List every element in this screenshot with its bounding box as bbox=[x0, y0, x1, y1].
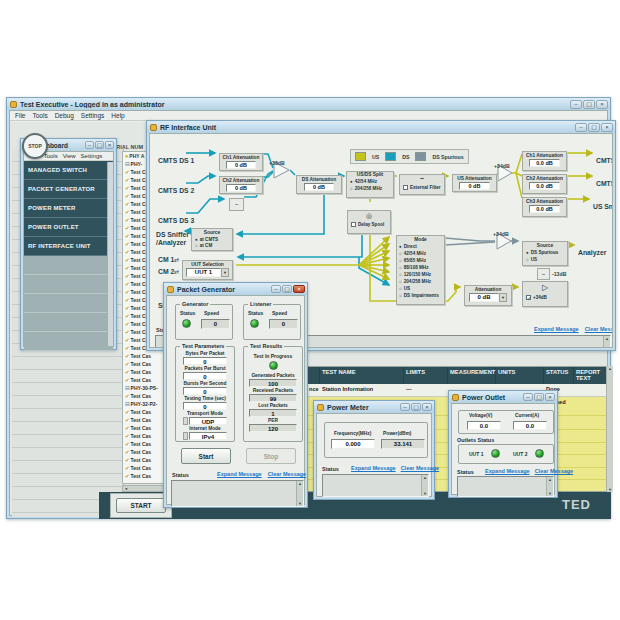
maximize-button[interactable]: ▢ bbox=[95, 141, 104, 149]
menu-item[interactable]: Tools bbox=[32, 112, 47, 119]
menu-item[interactable]: Debug bbox=[55, 112, 74, 119]
analyzer-attenuation-dropdown[interactable]: 0 dB ▼ bbox=[469, 293, 507, 302]
source-option-at-cm[interactable]: ○ at CM bbox=[192, 242, 232, 248]
tree-item[interactable]: ✔ Test Cas bbox=[123, 424, 167, 432]
pg-stop-button[interactable]: Stop bbox=[246, 448, 296, 464]
close-button[interactable]: × bbox=[601, 123, 613, 132]
maximize-button[interactable]: ▢ bbox=[411, 403, 421, 411]
table-vscrollbar[interactable]: ▲▼ bbox=[606, 366, 613, 492]
minimize-button[interactable]: – bbox=[575, 123, 587, 132]
pg-status-textarea[interactable]: ▲▼ bbox=[171, 480, 304, 507]
dashboard-item[interactable]: MANAGED SWITCH bbox=[24, 161, 113, 180]
source-option-ds-spurious[interactable]: ● DS Spurious bbox=[523, 249, 567, 256]
message-link[interactable]: Expand Message bbox=[217, 471, 262, 477]
message-link[interactable]: Clear Message bbox=[268, 471, 307, 477]
maximize-button[interactable]: ▢ bbox=[583, 100, 595, 109]
field-input[interactable]: 0 bbox=[183, 387, 227, 395]
mode-option[interactable]: ○ US bbox=[397, 285, 444, 292]
po-status-textarea[interactable]: ▲▼ bbox=[457, 476, 554, 497]
start-button[interactable]: START bbox=[116, 498, 166, 513]
dropdown-arrow-icon[interactable]: ▼ bbox=[499, 293, 507, 302]
close-button[interactable]: × bbox=[545, 393, 555, 401]
tree-hscrollbar[interactable]: ◄ bbox=[122, 485, 168, 492]
tree-item[interactable]: ✔ Test Cas bbox=[123, 368, 167, 376]
ch1-ds-attenuation-value[interactable]: 0 dB bbox=[226, 161, 255, 169]
message-link[interactable]: Clear Message bbox=[585, 326, 613, 332]
mode-option[interactable]: ○ 65/85 MHz bbox=[397, 257, 444, 264]
menu-item[interactable]: Settings bbox=[81, 112, 105, 119]
tree-item[interactable]: ✔ Test Cas bbox=[123, 456, 167, 464]
message-link[interactable]: Clear Message bbox=[535, 468, 574, 474]
mode-option[interactable]: ○ DS Impairments bbox=[397, 292, 444, 299]
tree-item[interactable]: ⊟ PHY-30-PS- bbox=[123, 384, 167, 392]
textarea-scrollbar[interactable]: ▲▼ bbox=[421, 475, 428, 496]
minimize-button[interactable]: – bbox=[570, 100, 582, 109]
minimize-button[interactable]: – bbox=[271, 285, 281, 293]
textarea-scrollbar[interactable]: ▲▼ bbox=[296, 481, 303, 506]
ds-attenuation-value[interactable]: 0 dB bbox=[304, 183, 335, 191]
maximize-button[interactable]: ▢ bbox=[588, 123, 600, 132]
message-link[interactable]: Clear Message bbox=[401, 465, 440, 471]
packet-generator-titlebar[interactable]: Packet Generator – ▢ × bbox=[164, 283, 307, 295]
analyzer-amp-checkbox[interactable]: ✓ +34dB bbox=[523, 293, 567, 302]
textarea-scrollbar[interactable]: ▲▼ bbox=[603, 336, 610, 348]
pm-status-textarea[interactable]: ▲▼ bbox=[322, 474, 429, 497]
ch3-us-attenuation-value[interactable]: 0.0 dB bbox=[529, 205, 559, 213]
voltage-value[interactable]: 0.0 bbox=[467, 421, 501, 430]
mode-option[interactable]: ○ 88/108 MHz bbox=[397, 264, 444, 271]
mode-option[interactable]: ○ 42/54 MHz bbox=[397, 250, 444, 257]
power-outlet-titlebar[interactable]: Power Outlet – ▢ × bbox=[449, 391, 557, 403]
split-option-42-54[interactable]: ● 42/54 MHz bbox=[347, 178, 393, 185]
delay-spool-checkbox[interactable]: Delay Spool bbox=[348, 220, 390, 229]
tree-item[interactable]: ✔ Test Cas bbox=[123, 408, 167, 416]
tree-item[interactable]: ✔ Test Cas bbox=[123, 360, 167, 368]
mode-option[interactable]: ○ 204/258 MHz bbox=[397, 278, 444, 285]
mode-option[interactable]: ○ 120/150 MHz bbox=[397, 271, 444, 278]
close-button[interactable]: × bbox=[422, 403, 432, 411]
test-executive-titlebar[interactable]: Test Executive - Logged in as administra… bbox=[7, 98, 610, 110]
mode-option[interactable]: ● Direct bbox=[397, 243, 444, 250]
maximize-button[interactable]: ▢ bbox=[282, 285, 292, 293]
close-button[interactable]: × bbox=[105, 141, 114, 149]
tree-item[interactable]: ✔ Test Cas bbox=[123, 392, 167, 400]
dashboard-item[interactable]: POWER METER bbox=[24, 199, 113, 218]
power-meter-titlebar[interactable]: Power Meter – ▢ × bbox=[314, 401, 434, 413]
field-input[interactable]: 0 bbox=[183, 402, 227, 410]
menu-item[interactable]: Settings bbox=[81, 153, 103, 159]
external-filter-checkbox[interactable]: External Filter bbox=[400, 183, 444, 192]
ch2-ds-attenuation-value[interactable]: 0 dB bbox=[226, 184, 255, 192]
tree-item[interactable]: ✔ Test Cas bbox=[123, 440, 167, 448]
rf-titlebar[interactable]: RF Interface Unit – ▢ × bbox=[147, 121, 615, 133]
spinner-icon[interactable] bbox=[183, 417, 188, 425]
tree-item[interactable]: ✔ Test Cas bbox=[123, 472, 167, 480]
close-button[interactable]: × bbox=[293, 285, 305, 293]
current-value[interactable]: 0.0 bbox=[513, 421, 547, 430]
dashboard-item[interactable]: POWER OUTLET bbox=[24, 218, 113, 237]
ch1-us-attenuation-value[interactable]: 0.0 dB bbox=[529, 159, 559, 167]
message-link[interactable]: Expand Message bbox=[351, 465, 396, 471]
field-input[interactable]: 0 bbox=[183, 357, 227, 365]
split-option-204-258[interactable]: ○ 204/258 MHz bbox=[347, 185, 393, 192]
ch2-us-attenuation-value[interactable]: 0.0 dB bbox=[529, 182, 559, 190]
minimize-button[interactable]: – bbox=[523, 393, 533, 401]
tree-item[interactable]: ✔ Test Cas bbox=[123, 376, 167, 384]
combo-control[interactable]: UDP bbox=[176, 417, 234, 425]
dashboard-item[interactable]: PACKET GENERATOR bbox=[24, 180, 113, 199]
message-link[interactable]: Expand Message bbox=[534, 326, 579, 332]
tree-item[interactable]: ⊟ PHY-32-P2- bbox=[123, 400, 167, 408]
menu-item[interactable]: View bbox=[63, 153, 76, 159]
us-attenuation-value[interactable]: 0 dB bbox=[459, 182, 489, 190]
emergency-stop-button[interactable]: STOP bbox=[22, 133, 48, 159]
minimize-button[interactable]: – bbox=[85, 141, 94, 149]
uut-selection-dropdown[interactable]: UUT 1 ▼ bbox=[186, 268, 229, 277]
textarea-scrollbar[interactable]: ▲▼ bbox=[546, 477, 553, 496]
dashboard-item[interactable]: RF INTERFACE UNIT bbox=[24, 237, 113, 256]
field-input[interactable]: 0 bbox=[183, 372, 227, 380]
maximize-button[interactable]: ▢ bbox=[534, 393, 544, 401]
dropdown-arrow-icon[interactable]: ▼ bbox=[221, 268, 229, 277]
close-button[interactable]: × bbox=[596, 100, 608, 109]
tree-item[interactable]: ✔ Test Cas bbox=[123, 464, 167, 472]
menu-item[interactable]: File bbox=[15, 112, 25, 119]
tree-item[interactable]: ✔ Test Cas bbox=[123, 432, 167, 440]
menu-item[interactable]: Tools bbox=[44, 153, 58, 159]
